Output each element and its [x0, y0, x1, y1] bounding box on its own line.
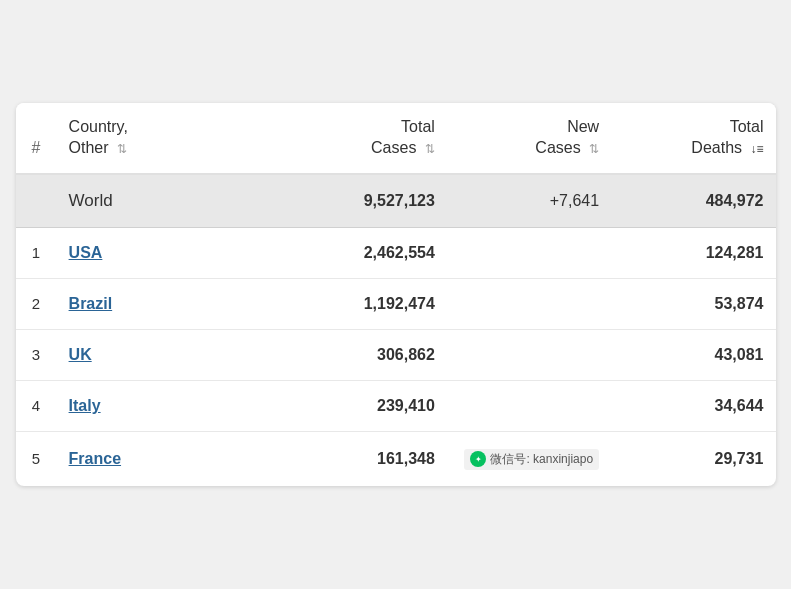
- row-2-total-deaths: 53,874: [611, 278, 775, 329]
- row-2-total-cases: 1,192,474: [283, 278, 447, 329]
- row-5-total-cases: 161,348: [283, 431, 447, 486]
- world-rank: [16, 174, 57, 228]
- row-3-country[interactable]: UK: [57, 329, 283, 380]
- row-1-rank: 1: [16, 227, 57, 278]
- table-row: 3 UK 306,862 43,081: [16, 329, 776, 380]
- data-table: # Country,Other ⇅ TotalCases ⇅ NewCases …: [16, 103, 776, 486]
- row-2-country[interactable]: Brazil: [57, 278, 283, 329]
- world-row: World 9,527,123 +7,641 484,972: [16, 174, 776, 228]
- wechat-icon: ✦: [470, 451, 486, 467]
- row-1-country[interactable]: USA: [57, 227, 283, 278]
- row-2-rank: 2: [16, 278, 57, 329]
- total-deaths-header[interactable]: TotalDeaths ↓≡: [611, 103, 775, 174]
- world-country: World: [57, 174, 283, 228]
- world-total-cases: 9,527,123: [283, 174, 447, 228]
- new-cases-header[interactable]: NewCases ⇅: [447, 103, 611, 174]
- row-4-country[interactable]: Italy: [57, 380, 283, 431]
- uk-link[interactable]: UK: [69, 346, 92, 363]
- row-5-rank: 5: [16, 431, 57, 486]
- brazil-link[interactable]: Brazil: [69, 295, 113, 312]
- row-1-new-cases: [447, 227, 611, 278]
- row-3-total-deaths: 43,081: [611, 329, 775, 380]
- row-1-total-deaths: 124,281: [611, 227, 775, 278]
- new-cases-sort-icon[interactable]: ⇅: [589, 142, 599, 158]
- row-4-new-cases: [447, 380, 611, 431]
- row-4-rank: 4: [16, 380, 57, 431]
- total-deaths-sort-icon[interactable]: ↓≡: [750, 142, 763, 158]
- world-new-cases: +7,641: [447, 174, 611, 228]
- total-cases-header[interactable]: TotalCases ⇅: [283, 103, 447, 174]
- italy-link[interactable]: Italy: [69, 397, 101, 414]
- france-link[interactable]: France: [69, 450, 121, 467]
- table-row: 2 Brazil 1,192,474 53,874: [16, 278, 776, 329]
- row-5-country[interactable]: France: [57, 431, 283, 486]
- table-row: 5 France 161,348 ✦ 微信号: kanxinjiapo 29,7…: [16, 431, 776, 486]
- country-sort-icon[interactable]: ⇅: [117, 142, 127, 158]
- row-5-new-cases: ✦ 微信号: kanxinjiapo: [447, 431, 611, 486]
- row-5-total-deaths: 29,731: [611, 431, 775, 486]
- row-1-total-cases: 2,462,554: [283, 227, 447, 278]
- country-header[interactable]: Country,Other ⇅: [57, 103, 283, 174]
- total-cases-sort-icon[interactable]: ⇅: [425, 142, 435, 158]
- table-row: 1 USA 2,462,554 124,281: [16, 227, 776, 278]
- row-4-total-deaths: 34,644: [611, 380, 775, 431]
- world-total-deaths: 484,972: [611, 174, 775, 228]
- row-3-total-cases: 306,862: [283, 329, 447, 380]
- table-row: 4 Italy 239,410 34,644: [16, 380, 776, 431]
- watermark-text: 微信号: kanxinjiapo: [490, 451, 593, 468]
- usa-link[interactable]: USA: [69, 244, 103, 261]
- table-header-row: # Country,Other ⇅ TotalCases ⇅ NewCases …: [16, 103, 776, 174]
- row-3-new-cases: [447, 329, 611, 380]
- rank-header: #: [16, 103, 57, 174]
- row-4-total-cases: 239,410: [283, 380, 447, 431]
- row-2-new-cases: [447, 278, 611, 329]
- row-3-rank: 3: [16, 329, 57, 380]
